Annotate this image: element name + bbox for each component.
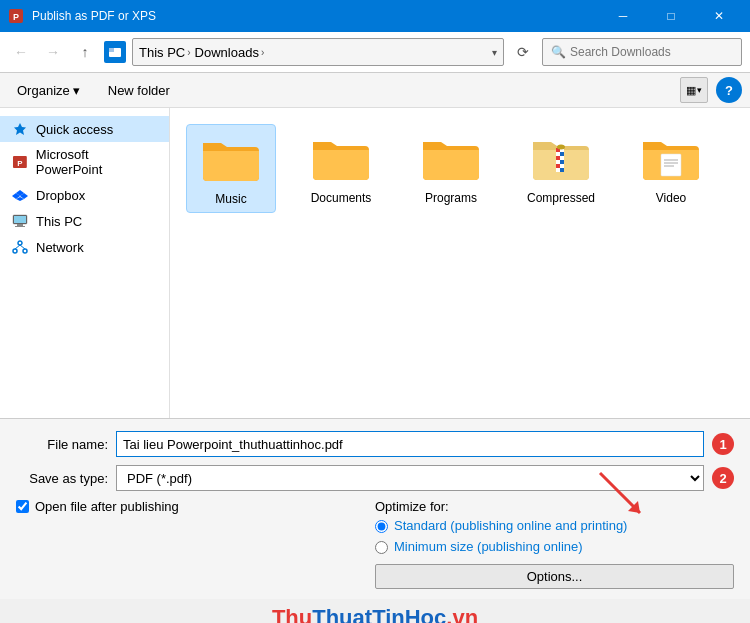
svg-line-18 bbox=[15, 245, 20, 249]
sidebar-label-powerpoint: Microsoft PowerPoint bbox=[36, 147, 157, 177]
open-after-publish-row: Open file after publishing bbox=[16, 499, 375, 514]
svg-rect-29 bbox=[556, 164, 560, 168]
folder-video-icon bbox=[639, 130, 703, 184]
help-button[interactable]: ? bbox=[716, 77, 742, 103]
folder-video[interactable]: Video bbox=[626, 124, 716, 213]
network-icon bbox=[12, 239, 28, 255]
sidebar: Quick access P Microsoft PowerPoint Drop… bbox=[0, 108, 170, 418]
folder-compressed-icon bbox=[529, 130, 593, 184]
radio-standard[interactable] bbox=[375, 520, 388, 533]
sidebar-item-this-pc[interactable]: This PC bbox=[0, 208, 169, 234]
new-folder-button[interactable]: New folder bbox=[97, 79, 181, 102]
svg-rect-24 bbox=[560, 152, 564, 156]
svg-line-19 bbox=[20, 245, 25, 249]
radio-min-label: Minimum size (publishing online) bbox=[394, 539, 583, 556]
filename-input[interactable] bbox=[116, 431, 704, 457]
folder-documents-icon bbox=[309, 130, 373, 184]
folder-music-label: Music bbox=[215, 192, 246, 206]
view-button[interactable]: ▦ ▾ bbox=[680, 77, 708, 103]
svg-rect-3 bbox=[109, 48, 114, 52]
svg-rect-30 bbox=[560, 164, 564, 168]
options-button[interactable]: Options... bbox=[375, 564, 734, 589]
folder-programs-icon bbox=[419, 130, 483, 184]
svg-point-33 bbox=[557, 145, 565, 150]
sidebar-label-network: Network bbox=[36, 240, 84, 255]
check-area: Open file after publishing bbox=[16, 499, 375, 514]
main-content: Quick access P Microsoft PowerPoint Drop… bbox=[0, 108, 750, 418]
svg-rect-13 bbox=[17, 224, 23, 226]
optimize-area: Optimize for: Standard (publishing onlin… bbox=[375, 499, 734, 589]
address-part-downloads: Downloads › bbox=[195, 45, 265, 60]
folder-music-icon bbox=[199, 131, 263, 185]
filename-label: File name: bbox=[16, 437, 116, 452]
folder-programs-label: Programs bbox=[425, 191, 477, 205]
organize-toolbar: Organize ▾ New folder ▦ ▾ ? bbox=[0, 73, 750, 108]
optimize-label: Optimize for: bbox=[375, 499, 734, 514]
svg-rect-23 bbox=[556, 152, 560, 156]
svg-rect-34 bbox=[661, 154, 681, 176]
search-box: 🔍 bbox=[542, 38, 742, 66]
badge-2: 2 bbox=[712, 467, 734, 489]
minimize-button[interactable]: ─ bbox=[600, 0, 646, 32]
star-icon bbox=[12, 121, 28, 137]
files-area: Music Documents Programs bbox=[170, 108, 750, 418]
folder-documents[interactable]: Documents bbox=[296, 124, 386, 213]
radio-min-row: Minimum size (publishing online) bbox=[375, 539, 734, 556]
forward-button[interactable]: → bbox=[40, 39, 66, 65]
dropbox-icon bbox=[12, 187, 28, 203]
svg-point-16 bbox=[13, 249, 17, 253]
address-part-thispc: This PC › bbox=[139, 45, 191, 60]
badge-1: 1 bbox=[712, 433, 734, 455]
svg-text:P: P bbox=[13, 12, 19, 22]
search-icon: 🔍 bbox=[551, 45, 566, 59]
maximize-button[interactable]: □ bbox=[648, 0, 694, 32]
arrow-icon bbox=[590, 463, 650, 523]
location-icon bbox=[104, 41, 126, 63]
open-after-publish-label: Open file after publishing bbox=[35, 499, 179, 514]
svg-marker-4 bbox=[14, 123, 26, 135]
svg-text:P: P bbox=[17, 159, 22, 168]
sidebar-label-dropbox: Dropbox bbox=[36, 188, 85, 203]
up-button[interactable]: ↑ bbox=[72, 39, 98, 65]
saveastype-label: Save as type: bbox=[16, 471, 116, 486]
svg-rect-32 bbox=[560, 168, 564, 172]
sidebar-label-quick-access: Quick access bbox=[36, 122, 113, 137]
close-button[interactable]: ✕ bbox=[696, 0, 742, 32]
folder-documents-label: Documents bbox=[311, 191, 372, 205]
svg-rect-14 bbox=[15, 226, 25, 227]
back-button[interactable]: ← bbox=[8, 39, 34, 65]
open-after-publish-checkbox[interactable] bbox=[16, 500, 29, 513]
folder-programs[interactable]: Programs bbox=[406, 124, 496, 213]
title-bar: P Publish as PDF or XPS ─ □ ✕ bbox=[0, 0, 750, 32]
svg-rect-25 bbox=[556, 156, 560, 160]
app-icon: P bbox=[8, 8, 24, 24]
refresh-button[interactable]: ⟳ bbox=[510, 39, 536, 65]
filename-row: File name: 1 bbox=[16, 431, 734, 457]
svg-rect-27 bbox=[556, 160, 560, 164]
sidebar-item-network[interactable]: Network bbox=[0, 234, 169, 260]
powerpoint-icon: P bbox=[12, 154, 28, 170]
svg-rect-12 bbox=[14, 216, 26, 223]
organize-button[interactable]: Organize ▾ bbox=[8, 79, 89, 102]
window-controls: ─ □ ✕ bbox=[600, 0, 742, 32]
sidebar-item-dropbox[interactable]: Dropbox bbox=[0, 182, 169, 208]
svg-rect-28 bbox=[560, 160, 564, 164]
sidebar-item-powerpoint[interactable]: P Microsoft PowerPoint bbox=[0, 142, 169, 182]
folder-compressed[interactable]: Compressed bbox=[516, 124, 606, 213]
svg-point-15 bbox=[18, 241, 22, 245]
radio-min[interactable] bbox=[375, 541, 388, 554]
folder-music[interactable]: Music bbox=[186, 124, 276, 213]
watermark: ThuThuatTinHoc.vn bbox=[0, 599, 750, 623]
window-title: Publish as PDF or XPS bbox=[32, 9, 592, 23]
search-input[interactable] bbox=[570, 45, 733, 59]
svg-rect-26 bbox=[560, 156, 564, 160]
folder-compressed-label: Compressed bbox=[527, 191, 595, 205]
sidebar-item-quick-access[interactable]: Quick access bbox=[0, 116, 169, 142]
sidebar-label-this-pc: This PC bbox=[36, 214, 82, 229]
address-toolbar: ← → ↑ This PC › Downloads › ▾ ⟳ 🔍 bbox=[0, 32, 750, 73]
svg-rect-31 bbox=[556, 168, 560, 172]
pc-icon bbox=[12, 213, 28, 229]
folder-video-label: Video bbox=[656, 191, 686, 205]
address-dropdown-icon[interactable]: ▾ bbox=[492, 47, 497, 58]
address-bar[interactable]: This PC › Downloads › ▾ bbox=[132, 38, 504, 66]
